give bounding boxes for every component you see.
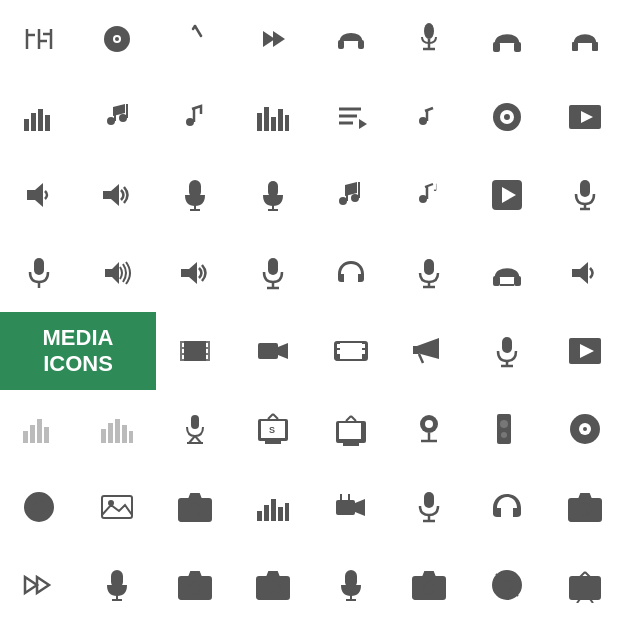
mic-floor-icon bbox=[156, 390, 234, 468]
svg-rect-36 bbox=[278, 109, 283, 131]
mic-wire-icon bbox=[0, 234, 78, 312]
svg-rect-100 bbox=[362, 350, 365, 354]
svg-rect-98 bbox=[337, 350, 340, 354]
svg-rect-130 bbox=[339, 423, 361, 439]
svg-rect-154 bbox=[264, 505, 269, 521]
icon-grid: ♩ MEDIA ICONS bbox=[0, 0, 626, 626]
svg-rect-83 bbox=[180, 341, 210, 361]
mic-stand-icon bbox=[390, 0, 468, 78]
equalizer2-icon bbox=[234, 78, 312, 156]
svg-rect-156 bbox=[278, 507, 283, 521]
svg-rect-21 bbox=[592, 42, 598, 51]
svg-point-28 bbox=[119, 114, 127, 122]
svg-rect-76 bbox=[424, 259, 434, 275]
svg-rect-92 bbox=[258, 343, 278, 359]
disc-icon bbox=[78, 0, 156, 78]
mic-studio-icon bbox=[468, 312, 546, 390]
svg-rect-137 bbox=[497, 414, 511, 444]
svg-rect-23 bbox=[24, 119, 29, 131]
speaker-icon bbox=[546, 234, 624, 312]
svg-rect-118 bbox=[191, 415, 199, 429]
mic-stand3-icon bbox=[390, 468, 468, 546]
svg-rect-115 bbox=[115, 419, 120, 443]
svg-rect-69 bbox=[34, 258, 44, 275]
svg-rect-18 bbox=[493, 42, 500, 52]
svg-point-138 bbox=[500, 420, 508, 428]
svg-text:♩: ♩ bbox=[433, 182, 438, 193]
svg-point-174 bbox=[189, 582, 201, 594]
speaker-box-icon bbox=[468, 390, 546, 468]
camera4-icon bbox=[234, 546, 312, 624]
megaphone-icon bbox=[390, 312, 468, 390]
headphones3-icon bbox=[546, 0, 624, 78]
svg-rect-129 bbox=[343, 443, 359, 446]
svg-point-8 bbox=[115, 37, 119, 41]
headphones2-icon bbox=[468, 0, 546, 78]
svg-rect-37 bbox=[285, 115, 289, 131]
svg-marker-71 bbox=[105, 262, 119, 284]
svg-rect-51 bbox=[190, 181, 200, 197]
video-camera-icon bbox=[234, 312, 312, 390]
svg-point-58 bbox=[351, 194, 359, 202]
svg-marker-12 bbox=[273, 31, 285, 47]
camera3-icon bbox=[156, 546, 234, 624]
svg-rect-19 bbox=[514, 42, 521, 52]
svg-line-10 bbox=[193, 26, 195, 29]
svg-rect-116 bbox=[122, 425, 127, 443]
svg-rect-170 bbox=[112, 571, 122, 587]
cd-icon bbox=[468, 78, 546, 156]
svg-rect-54 bbox=[268, 181, 278, 197]
svg-rect-162 bbox=[424, 492, 434, 508]
svg-rect-123 bbox=[265, 441, 281, 444]
camera2-icon bbox=[546, 468, 624, 546]
camera5-icon bbox=[390, 546, 468, 624]
svg-rect-102 bbox=[413, 346, 419, 354]
webcam-icon bbox=[390, 390, 468, 468]
microphone-icon bbox=[156, 0, 234, 78]
svg-line-126 bbox=[268, 414, 273, 419]
svg-marker-72 bbox=[181, 262, 197, 284]
svg-rect-110 bbox=[30, 425, 35, 443]
svg-rect-88 bbox=[182, 355, 184, 359]
music-list-icon bbox=[312, 78, 390, 156]
speaker-high-icon bbox=[78, 156, 156, 234]
equalizer4-icon bbox=[78, 390, 156, 468]
svg-marker-49 bbox=[27, 183, 43, 207]
svg-rect-109 bbox=[23, 431, 28, 443]
music-note4-icon bbox=[312, 156, 390, 234]
mic-outline-icon bbox=[156, 156, 234, 234]
svg-point-184 bbox=[423, 582, 435, 594]
svg-line-9 bbox=[195, 26, 201, 36]
image-icon bbox=[78, 468, 156, 546]
svg-rect-91 bbox=[206, 355, 208, 359]
play-button-icon bbox=[468, 156, 546, 234]
svg-line-120 bbox=[195, 436, 201, 443]
tv-icon: S bbox=[234, 390, 312, 468]
svg-rect-14 bbox=[358, 40, 364, 49]
mic-stand2-icon bbox=[234, 234, 312, 312]
tv2-icon bbox=[312, 390, 390, 468]
label-line1: MEDIA bbox=[43, 325, 114, 351]
svg-point-139 bbox=[501, 432, 507, 438]
svg-rect-113 bbox=[101, 429, 106, 443]
svg-line-131 bbox=[346, 416, 351, 421]
svg-point-46 bbox=[504, 114, 510, 120]
svg-point-152 bbox=[189, 504, 201, 516]
svg-marker-82 bbox=[572, 262, 588, 284]
svg-rect-153 bbox=[257, 511, 262, 521]
film-strip2-icon bbox=[312, 312, 390, 390]
headphones5-icon bbox=[468, 234, 546, 312]
video-player-icon bbox=[546, 78, 624, 156]
svg-text:S: S bbox=[269, 425, 275, 435]
svg-rect-33 bbox=[257, 113, 262, 131]
svg-rect-117 bbox=[129, 431, 133, 443]
svg-marker-159 bbox=[355, 499, 365, 516]
svg-rect-25 bbox=[38, 109, 43, 131]
svg-rect-86 bbox=[182, 343, 184, 347]
svg-rect-90 bbox=[206, 349, 208, 353]
svg-rect-13 bbox=[338, 40, 344, 49]
vinyl-icon bbox=[546, 390, 624, 468]
mic-outline4-icon bbox=[312, 546, 390, 624]
svg-line-127 bbox=[273, 414, 278, 419]
svg-marker-168 bbox=[25, 577, 37, 593]
